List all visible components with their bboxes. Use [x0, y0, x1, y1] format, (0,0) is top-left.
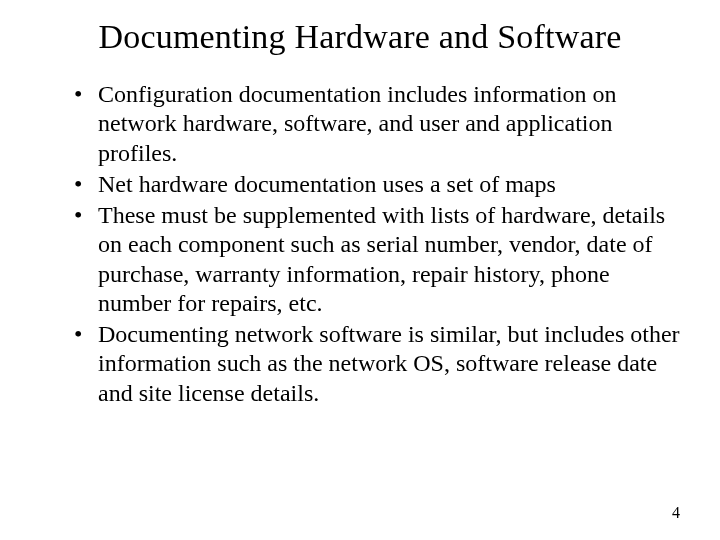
bullet-item: Configuration documentation includes inf… [74, 80, 680, 168]
bullet-item: Documenting network software is similar,… [74, 320, 680, 408]
bullet-item: These must be supplemented with lists of… [74, 201, 680, 318]
page-number: 4 [672, 504, 680, 522]
bullet-list: Configuration documentation includes inf… [40, 80, 680, 408]
slide-title: Documenting Hardware and Software [40, 18, 680, 56]
slide: Documenting Hardware and Software Config… [0, 0, 720, 408]
bullet-item: Net hardware documentation uses a set of… [74, 170, 680, 199]
